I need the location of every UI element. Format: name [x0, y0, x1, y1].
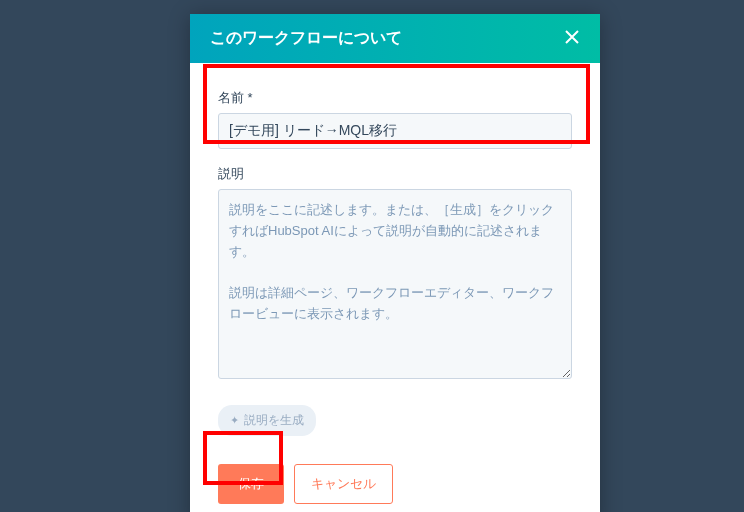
- generate-label: 説明を生成: [244, 412, 304, 429]
- modal-footer: 保存 キャンセル: [218, 464, 572, 504]
- cancel-button[interactable]: キャンセル: [294, 464, 393, 504]
- workflow-about-modal: このワークフローについて 名前 * 説明 ✦ 説明を生成 保存 キャンセル: [190, 14, 600, 512]
- modal-body: 名前 * 説明 ✦ 説明を生成 保存 キャンセル: [190, 63, 600, 512]
- generate-description-button[interactable]: ✦ 説明を生成: [218, 405, 316, 436]
- description-textarea[interactable]: [218, 189, 572, 379]
- save-button[interactable]: 保存: [218, 464, 284, 504]
- modal-header: このワークフローについて: [190, 14, 600, 63]
- modal-title: このワークフローについて: [210, 28, 402, 49]
- name-label: 名前 *: [218, 89, 572, 107]
- description-label: 説明: [218, 165, 572, 183]
- name-input[interactable]: [218, 113, 572, 149]
- sparkle-icon: ✦: [230, 414, 239, 427]
- close-icon[interactable]: [564, 29, 580, 48]
- description-field-group: 説明: [218, 165, 572, 383]
- name-field-group: 名前 *: [218, 89, 572, 149]
